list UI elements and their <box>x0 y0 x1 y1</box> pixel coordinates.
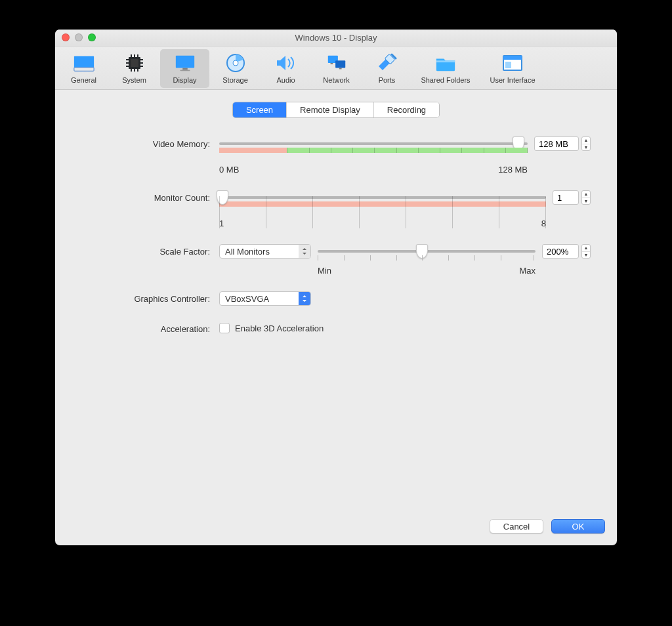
network-icon <box>326 52 348 74</box>
storage-icon <box>224 52 247 74</box>
svg-rect-23 <box>330 63 333 64</box>
toolbar-label: User Interface <box>490 76 535 84</box>
video-memory-slider[interactable]: 0 MB 128 MB <box>219 142 528 175</box>
enable-3d-checkbox-label: Enable 3D Acceleration <box>235 323 324 333</box>
popup-value: All Monitors <box>225 247 270 257</box>
scale-factor-input[interactable] <box>542 244 579 259</box>
zoom-window-button[interactable] <box>88 33 96 41</box>
settings-window: Windows 10 - Display General System Disp… <box>55 30 617 545</box>
scale-factor-max-label: Max <box>519 266 536 276</box>
graphics-controller-field: VBoxSVGA <box>219 291 591 306</box>
svg-rect-17 <box>182 68 188 70</box>
scale-factor-monitor-popup[interactable]: All Monitors <box>219 244 311 259</box>
settings-toolbar: General System Display Storage Audio <box>55 47 617 90</box>
toolbar-item-shared-folders[interactable]: Shared Folders <box>413 49 478 88</box>
display-settings-form: Video Memory: 0 MB <box>55 136 617 334</box>
svg-rect-18 <box>180 70 190 71</box>
svg-rect-16 <box>175 56 194 68</box>
scale-factor-stepper[interactable]: ▲▼ <box>581 244 591 259</box>
scale-factor-field: All Monitors Min Max <box>219 244 591 276</box>
video-memory-stepper[interactable]: ▲▼ <box>581 136 591 151</box>
toolbar-item-display[interactable]: Display <box>160 49 209 88</box>
scale-factor-label: Scale Factor: <box>75 244 219 276</box>
toolbar-item-network[interactable]: Network <box>312 49 361 88</box>
toolbar-label: Audio <box>276 76 295 84</box>
minimize-window-button[interactable] <box>75 33 83 41</box>
content-area: Screen Remote Display Recording Video Me… <box>55 90 617 510</box>
subtab-segmented: Screen Remote Display Recording <box>232 102 440 118</box>
tab-remote-display[interactable]: Remote Display <box>287 102 374 117</box>
toolbar-label: Display <box>173 76 196 84</box>
audio-icon <box>275 52 297 74</box>
scale-factor-slider[interactable]: Min Max <box>318 250 536 276</box>
monitor-count-input[interactable] <box>553 190 579 205</box>
graphics-controller-popup[interactable]: VBoxSVGA <box>219 291 311 306</box>
titlebar: Windows 10 - Display <box>55 30 617 47</box>
toolbar-label: Network <box>323 76 349 84</box>
svg-rect-0 <box>74 56 93 69</box>
video-memory-input[interactable] <box>534 136 579 151</box>
toolbar-item-system[interactable]: System <box>110 49 159 88</box>
toolbar-label: General <box>71 76 96 84</box>
monitor-count-slider[interactable]: 1 8 <box>219 196 546 228</box>
svg-rect-3 <box>131 59 138 67</box>
toolbar-label: Shared Folders <box>421 76 470 84</box>
ok-button[interactable]: OK <box>551 519 605 533</box>
cancel-button[interactable]: Cancel <box>490 519 543 533</box>
toolbar-item-general[interactable]: General <box>59 49 108 88</box>
system-icon <box>123 52 146 74</box>
toolbar-label: Storage <box>222 76 248 84</box>
toolbar-item-user-interface[interactable]: User Interface <box>480 49 545 88</box>
video-memory-max-label: 128 MB <box>498 165 528 175</box>
svg-rect-26 <box>436 60 455 62</box>
window-controls <box>62 33 96 41</box>
shared-folders-icon <box>434 52 457 74</box>
popup-value: VBoxSVGA <box>225 294 269 304</box>
acceleration-field: Enable 3D Acceleration <box>219 322 591 334</box>
toolbar-label: Ports <box>379 76 396 84</box>
ports-icon <box>376 52 398 74</box>
tab-screen[interactable]: Screen <box>233 102 287 117</box>
subtab-row: Screen Remote Display Recording <box>55 102 617 118</box>
svg-rect-29 <box>505 62 511 68</box>
video-memory-label: Video Memory: <box>75 136 219 175</box>
close-window-button[interactable] <box>62 33 70 41</box>
monitor-count-label: Monitor Count: <box>75 190 219 228</box>
general-icon <box>73 52 95 74</box>
toolbar-label: System <box>122 76 146 84</box>
dialog-button-row: Cancel OK <box>55 510 617 545</box>
monitor-count-field: 1 8 ▲▼ <box>219 190 591 228</box>
svg-rect-24 <box>339 68 341 70</box>
video-memory-field: 0 MB 128 MB ▲▼ <box>219 136 591 175</box>
graphics-controller-label: Graphics Controller: <box>75 291 219 306</box>
window-title: Windows 10 - Display <box>55 33 617 43</box>
svg-rect-22 <box>335 60 345 68</box>
scale-factor-min-label: Min <box>318 266 331 276</box>
tab-recording[interactable]: Recording <box>374 102 439 117</box>
user-interface-icon <box>501 52 524 74</box>
video-memory-min-label: 0 MB <box>219 165 239 175</box>
monitor-count-stepper[interactable]: ▲▼ <box>581 190 591 205</box>
toolbar-item-storage[interactable]: Storage <box>211 49 260 88</box>
toolbar-item-ports[interactable]: Ports <box>362 49 411 88</box>
toolbar-item-audio[interactable]: Audio <box>261 49 310 88</box>
svg-rect-28 <box>503 56 522 60</box>
display-icon <box>174 52 196 74</box>
acceleration-label: Acceleration: <box>75 322 219 334</box>
svg-rect-1 <box>74 68 93 72</box>
enable-3d-checkbox[interactable] <box>219 323 230 333</box>
